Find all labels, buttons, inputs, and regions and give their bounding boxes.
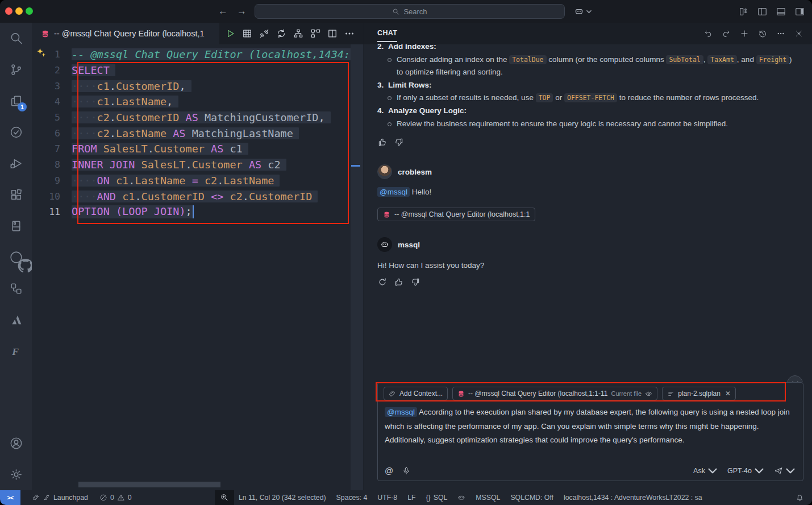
nav-forward-icon[interactable]: → [237, 6, 247, 17]
editor-zoom-indicator[interactable] [215, 490, 234, 505]
horizontal-scrollbar[interactable] [78, 482, 220, 487]
undo-button[interactable] [703, 28, 713, 39]
toggle-sidebar-icon[interactable] [757, 6, 768, 17]
code-editor[interactable]: 1-- @mssql Chat Query Editor (localhost,… [32, 44, 364, 490]
activity-bar-item-account[interactable] [0, 428, 32, 459]
table-designer-button[interactable] [309, 28, 321, 40]
activity-bar-item-check-circle[interactable] [0, 117, 32, 148]
microphone-icon[interactable] [402, 466, 411, 475]
chat-input-box[interactable]: Add Context... -- @mssql Chat Query Edit… [377, 382, 803, 481]
history-button[interactable] [757, 28, 768, 39]
minimap-cursor-mark [351, 165, 360, 167]
code-token: Customer [154, 143, 205, 155]
more-actions-button[interactable] [343, 28, 355, 40]
minimize-button[interactable] [15, 7, 23, 15]
code-line[interactable]: 7FROM SalesLT.Customer AS c1 [32, 141, 364, 157]
code-line[interactable]: 4····c1.LastName, [32, 94, 364, 110]
activity-bar-item-search[interactable] [0, 23, 32, 54]
copilot-menu-button[interactable] [574, 4, 592, 19]
activity-bar-item-explorer[interactable]: 1 [0, 85, 32, 117]
code-token: JOIN [110, 159, 135, 171]
mssql-status[interactable]: MSSQL [476, 494, 500, 502]
model-label: GPT-4o [727, 467, 752, 475]
context-chip-sqlplan[interactable]: plan-2.sqlplan ✕ [662, 387, 736, 400]
chat-message-list: 2.Add Indexes:Consider adding an index o… [364, 44, 812, 382]
close-button[interactable] [5, 7, 13, 15]
activity-bar-item-run-debug[interactable] [0, 148, 32, 179]
mode-picker[interactable]: Ask [693, 466, 717, 475]
results-grid-button[interactable] [241, 28, 253, 40]
add-context-button[interactable]: Add Context... [384, 387, 448, 400]
line-number: 6 [32, 128, 72, 139]
history-icon [758, 29, 767, 38]
tab-mssql-chat-query-editor[interactable]: -- @mssql Chat Query Editor (localhost,1 [32, 23, 219, 44]
model-picker[interactable]: GPT-4o [727, 466, 764, 475]
thumbs-up-icon[interactable] [394, 277, 404, 287]
activity-bar-item-github[interactable] [0, 242, 32, 273]
code-line[interactable]: 3····c1.CustomerID, [32, 78, 364, 94]
minimap[interactable] [351, 44, 363, 490]
connection-status[interactable]: localhost,1434 : AdventureWorksLT2022 : … [564, 494, 702, 502]
tab-chat[interactable]: CHAT [377, 29, 397, 38]
chat-input-text[interactable]: @mssql According to the execution plan s… [378, 402, 803, 466]
command-search-box[interactable]: Search [255, 4, 565, 19]
sqlcmd-status[interactable]: SQLCMD: Off [510, 494, 553, 502]
launchpad-button[interactable]: Launchpad [32, 494, 88, 502]
attachment-label: -- @mssql Chat Query Editor (localhost,1… [394, 210, 530, 218]
activity-bar-item-fabric[interactable]: F [0, 336, 32, 367]
mode-label: Ask [693, 467, 705, 475]
activity-bar-item-settings-gear[interactable] [0, 459, 32, 490]
zoom-button[interactable] [26, 7, 33, 15]
code-line[interactable]: 9····ON c1.LastName = c2.LastName [32, 173, 364, 189]
code-line[interactable]: 2SELECT [32, 63, 364, 78]
code-line[interactable]: 11OPTION (LOOP JOIN); [32, 204, 364, 220]
notifications-bell[interactable] [796, 494, 804, 502]
thumbs-down-icon[interactable] [394, 137, 404, 147]
activity-bar-item-extensions[interactable] [0, 179, 32, 210]
cursor-position[interactable]: Ln 11, Col 20 (342 selected) [239, 494, 326, 502]
code-line[interactable]: 10····AND c1.CustomerID <> c2.CustomerID [32, 188, 364, 204]
new-chat-button[interactable] [739, 28, 749, 39]
customize-layout-icon[interactable] [738, 6, 749, 17]
send-button[interactable] [774, 466, 795, 475]
indentation[interactable]: Spaces: 4 [336, 494, 368, 502]
change-connection-button[interactable] [275, 28, 287, 40]
close-button[interactable] [794, 28, 804, 39]
activity-bar-item-database-projects[interactable] [0, 273, 32, 304]
run-query-button[interactable] [224, 28, 236, 40]
more-button[interactable] [776, 28, 786, 39]
regenerate-icon[interactable] [377, 277, 388, 287]
copilot-sparkle-icon[interactable] [35, 47, 48, 59]
copilot-status[interactable] [457, 494, 465, 502]
code-line[interactable]: 6····c2.LastName AS MatchingLastName [32, 125, 364, 141]
disconnect-button[interactable] [258, 28, 270, 40]
activity-bar-item-remote-device[interactable] [0, 210, 32, 242]
redo-button[interactable] [721, 28, 731, 39]
zoom-in-icon [220, 493, 229, 502]
mention-button[interactable]: @ [385, 466, 393, 475]
encoding[interactable]: UTF-8 [377, 494, 397, 502]
remove-chip-icon[interactable]: ✕ [725, 390, 731, 398]
scroll-to-bottom-button[interactable] [787, 375, 803, 382]
activity-bar-item-source-control[interactable] [0, 54, 32, 85]
attachment-chip-editor[interactable]: -- @mssql Chat Query Editor (localhost,1… [377, 208, 535, 221]
eol[interactable]: LF [407, 494, 415, 502]
toggle-secondary-sidebar-icon[interactable] [794, 6, 805, 17]
activity-bar-item-azure[interactable] [0, 304, 32, 336]
code-line[interactable]: 8INNER JOIN SalesLT.Customer AS c2 [32, 157, 364, 173]
context-chip-editor[interactable]: -- @mssql Chat Query Editor (localhost,1… [452, 387, 657, 400]
nav-back-icon[interactable]: ← [218, 6, 228, 17]
problems-button[interactable]: 0 0 [99, 494, 132, 502]
code-token: <> [211, 191, 223, 202]
split-editor-button[interactable] [326, 28, 338, 40]
code-line[interactable]: 5····c2.CustomerID AS MatchingCustomerID… [32, 110, 364, 126]
thumbs-down-icon[interactable] [410, 277, 420, 287]
remote-indicator[interactable]: >< [0, 490, 20, 505]
schema-visualize-button[interactable] [292, 28, 304, 40]
eye-icon[interactable] [645, 390, 652, 398]
text-cursor [193, 205, 194, 218]
language-mode[interactable]: {} SQL [426, 494, 448, 502]
code-line[interactable]: 1-- @mssql Chat Query Editor (localhost,… [32, 47, 364, 63]
thumbs-up-icon[interactable] [377, 137, 388, 147]
toggle-panel-icon[interactable] [776, 6, 786, 17]
